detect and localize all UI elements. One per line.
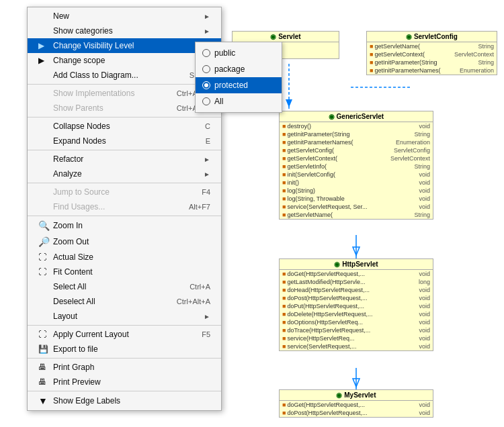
scope-icon: ▶ [38,56,50,65]
uml-httpservlet: ◉ HttpServlet ■doGet(HttpServletRequest,… [279,258,433,351]
uml-gs-row: ■getInitParameterNames(Enumeration [280,138,433,146]
uml-genericservlet-title: ◉ GenericServlet [280,111,433,122]
uml-servletconfig: ◉ ServletConfig ■getServletName(String ■… [366,31,497,75]
uml-ms-row: ■doGet(HttpServletRequest,...void [280,401,433,409]
menu-item-show-parents: Show Parents Ctrl+Alt+P [28,101,221,115]
layout-arrow: ► [204,313,210,320]
submenu-item-package[interactable]: package [196,61,282,77]
menu-item-show-categories[interactable]: Show categories ► [28,23,221,38]
uml-hs-row: ■service(ServletRequest,...void [280,342,433,350]
uml-gs-row: ■service(ServletRequest, Ser...void [280,203,433,211]
export-file-icon: 💾 [38,344,50,354]
menu-item-find-usages: Find Usages... Alt+F7 [28,199,221,214]
visibility-icon: ▶ [38,41,50,50]
fit-content-icon: ⛶ [38,267,50,277]
menu-item-apply-layout[interactable]: ⛶ Apply Current Layout F5 [28,327,221,342]
submenu-item-public[interactable]: public [196,45,282,61]
svg-marker-3 [353,247,360,255]
uml-servletconfig-title: ◉ ServletConfig [367,32,497,42]
uml-servletconfig-row: ■getInitParameterNames(Enumeration [367,66,497,75]
menu-item-change-scope[interactable]: ▶ Change scope ► [28,53,221,68]
actual-size-icon: ⛶ [38,252,50,262]
submenu-item-protected[interactable]: protected [196,77,282,93]
new-arrow: ► [204,13,210,20]
uml-hs-row: ■service(HttpServletReq...void [280,334,433,342]
collapse-shortcut: C [205,122,210,130]
separator-5 [28,216,221,216]
separator-3 [28,150,221,150]
separator-4 [28,183,221,183]
menu-item-refactor[interactable]: Refactor ► [28,152,221,167]
uml-gs-row: ■getServletName(String [280,211,433,219]
uml-hs-row: ■doGet(HttpServletRequest,...void [280,270,433,278]
menu-item-jump-source: Jump to Source F4 [28,185,221,199]
show-categories-arrow: ► [204,28,210,35]
apply-layout-icon: ⛶ [38,330,50,339]
uml-hs-row: ■doHead(HttpServletRequest,...void [280,286,433,294]
deselect-all-shortcut: Ctrl+Alt+A [177,297,210,305]
menu-item-show-edge-labels[interactable]: ▼ Show Edge Labels [28,393,221,409]
menu-item-actual-size[interactable]: ⛶ Actual Size [28,250,221,265]
zoom-out-icon: 🔎 [38,236,50,247]
uml-gs-row: ■log(String, Throwablevoid [280,195,433,203]
uml-gs-row: ■getServletContext(ServletContext [280,154,433,162]
uml-genericservlet: ◉ GenericServlet ■destroy()void ■getInit… [279,111,433,220]
menu-item-zoom-out[interactable]: 🔎 Zoom Out [28,234,221,250]
uml-gs-row: ■getServletConfig(ServletConfig [280,146,433,154]
menu-item-change-visibility[interactable]: ▶ Change Visibility Level ► [28,38,221,53]
menu-item-print-preview[interactable]: 🖶 Print Preview [28,375,221,389]
uml-hs-row: ■doOptions(HttpServletReq...void [280,318,433,326]
uml-hs-row: ■doPost(HttpServletRequest,...void [280,294,433,302]
show-edge-labels-icon: ▼ [38,395,50,406]
select-all-shortcut: Ctrl+A [190,283,210,291]
radio-all [202,97,210,105]
refactor-arrow: ► [204,156,210,163]
menu-item-fit-content[interactable]: ⛶ Fit Content [28,265,221,279]
uml-gs-row: ■log(String)void [280,187,433,195]
context-menu: New ► Show categories ► ▶ Change Visibil… [27,7,222,411]
menu-item-export-file[interactable]: 💾 Export to file [28,342,221,357]
menu-item-zoom-in[interactable]: 🔍 Zoom In [28,218,221,234]
radio-package [202,65,210,73]
print-graph-icon: 🖶 [38,363,50,372]
uml-httpservlet-title: ◉ HttpServlet [280,259,433,270]
uml-hs-row: ■doDelete(HttpServletRequest,...void [280,310,433,318]
menu-item-print-graph[interactable]: 🖶 Print Graph [28,360,221,375]
separator-1 [28,84,221,85]
uml-gs-row: ■getServletInfo(String [280,162,433,171]
uml-hs-row: ■doTrace(HttpServletRequest,...void [280,326,433,334]
menu-item-expand-nodes[interactable]: Expand Nodes E [28,134,221,148]
submenu-item-all[interactable]: All [196,93,282,109]
uml-servletconfig-row: ■getServletName(String [367,42,497,50]
menu-item-add-class[interactable]: Add Class to Diagram... Space [28,68,221,83]
svg-marker-1 [286,99,292,107]
uml-hs-row: ■doPut(HttpServletRequest,...void [280,302,433,310]
uml-ms-row: ■doPost(HttpServletRequest,...void [280,409,433,417]
jump-source-shortcut: F4 [202,188,210,196]
analyze-arrow: ► [204,171,210,178]
uml-gs-row: ■getInitParameter(StringString [280,130,433,138]
uml-gs-row: ■destroy()void [280,122,433,130]
menu-item-layout[interactable]: Layout ► [28,309,221,324]
uml-servlet-title: ◉ Servlet [233,32,339,42]
uml-myservlet: ◉ MyServlet ■doGet(HttpServletRequest,..… [279,389,433,418]
radio-public [202,49,210,57]
menu-item-select-all[interactable]: Select All Ctrl+A [28,279,221,294]
menu-item-deselect-all[interactable]: Deselect All Ctrl+Alt+A [28,294,221,309]
radio-protected [202,81,210,89]
separator-7 [28,358,221,359]
visibility-submenu: public package protected All [195,42,282,113]
uml-servletconfig-row: ■getServletContext(ServletContext [367,50,497,58]
find-usages-shortcut: Alt+F7 [189,203,210,211]
uml-hs-row: ■getLastModified(HttpServle...long [280,278,433,286]
menu-item-analyze[interactable]: Analyze ► [28,167,221,181]
menu-item-new[interactable]: New ► [28,9,221,23]
print-preview-icon: 🖶 [38,377,50,387]
uml-myservlet-title: ◉ MyServlet [280,390,433,401]
menu-item-collapse-nodes[interactable]: Collapse Nodes C [28,119,221,134]
separator-6 [28,325,221,326]
uml-servletconfig-row: ■getInitParameter(StringString [367,58,497,66]
svg-marker-5 [353,379,360,387]
separator-2 [28,117,221,117]
menu-item-show-impl: Show Implementations Ctrl+Alt+B [28,86,221,101]
